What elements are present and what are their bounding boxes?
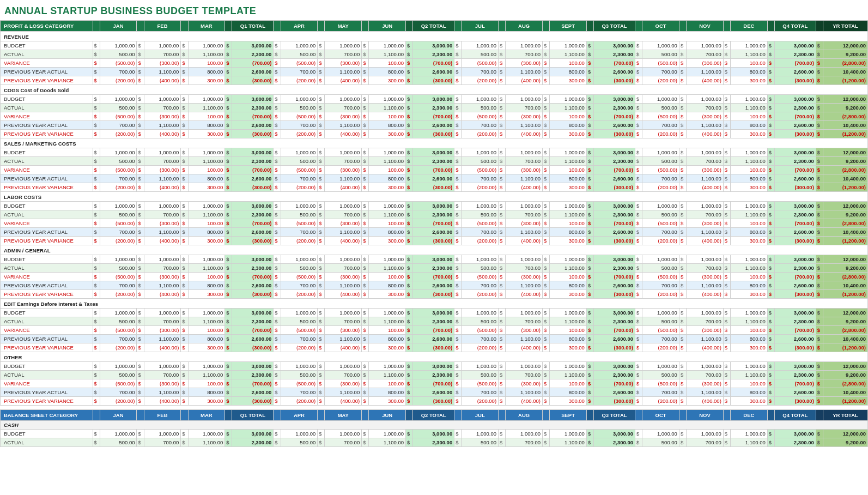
- cell-value: (300.00): [687, 166, 724, 174]
- cell-value: 300.00: [730, 183, 767, 192]
- cell-value: 1,000.00: [144, 41, 181, 50]
- dollar-sign: $: [318, 219, 325, 228]
- dollar-sign: $: [181, 183, 188, 192]
- cell-value: (200.00): [100, 130, 137, 138]
- dollar-sign: $: [723, 228, 730, 237]
- bh-aug: AUG: [506, 410, 543, 421]
- dollar-sign: $: [318, 309, 325, 317]
- cell-value: (700.00): [413, 326, 454, 335]
- dollar-sign: $: [274, 76, 281, 85]
- dollar-sign: $: [767, 264, 774, 273]
- cell-value: (300.00): [687, 112, 724, 121]
- dollar-sign: $: [225, 317, 232, 326]
- cell-value: 1,000.00: [281, 362, 318, 371]
- dollar-sign: $: [586, 130, 593, 138]
- cell-value: (500.00): [281, 326, 318, 335]
- dollar-sign: $: [499, 397, 506, 406]
- cell-value: 300.00: [188, 343, 225, 352]
- dollar-sign: $: [816, 281, 823, 290]
- cell-value: 800.00: [550, 68, 587, 76]
- cell-value: 1,000.00: [281, 95, 318, 104]
- dollar-sign: $: [767, 166, 774, 174]
- cell-value: 3,000.00: [232, 148, 274, 157]
- dollar-sign: $: [635, 157, 642, 166]
- cell-value: 500.00: [642, 371, 679, 379]
- cell-value: 2,300.00: [774, 104, 816, 112]
- cell-value: (300.00): [506, 273, 543, 281]
- dollar-sign: $: [542, 50, 549, 59]
- cell-value: 1,000.00: [730, 41, 767, 50]
- dollar-sign: $: [362, 362, 369, 371]
- dollar-sign: $: [454, 95, 462, 104]
- cell-value: (200.00): [100, 183, 137, 192]
- dollar-sign: $: [723, 112, 730, 121]
- cell-value: 700.00: [281, 388, 318, 397]
- dollar-sign: $: [679, 430, 686, 438]
- row-label: PREVIOUS YEAR VARIANCE: [1, 290, 93, 299]
- dollar-sign: $: [723, 130, 730, 138]
- section-header-row: SALES / MARKETING COSTS: [1, 138, 868, 148]
- dollar-sign: $: [767, 388, 774, 397]
- cell-value: 1,100.00: [188, 210, 225, 219]
- dollar-sign: $: [137, 335, 144, 343]
- dollar-sign: $: [137, 379, 144, 388]
- cell-value: 1,100.00: [550, 50, 587, 59]
- dollar-sign: $: [542, 264, 549, 273]
- cell-value: (700.00): [774, 326, 816, 335]
- header-category: PROFIT & LOSS CATEGORY: [1, 21, 93, 32]
- dollar-sign: $: [274, 68, 281, 76]
- dollar-sign: $: [93, 430, 100, 438]
- cell-value: 1,100.00: [687, 68, 724, 76]
- header-aug: AUG: [506, 21, 543, 32]
- cell-value: 800.00: [188, 281, 225, 290]
- cell-value: (200.00): [281, 290, 318, 299]
- row-label: ACTUAL: [1, 371, 93, 379]
- cell-value: (700.00): [774, 59, 816, 68]
- dollar-sign: $: [723, 290, 730, 299]
- cell-value: 1,000.00: [188, 362, 225, 371]
- cell-value: 700.00: [642, 174, 679, 183]
- cell-value: 3,000.00: [774, 202, 816, 210]
- dollar-sign: $: [723, 343, 730, 352]
- cell-value: 3,000.00: [413, 95, 454, 104]
- dollar-sign: $: [542, 59, 549, 68]
- cell-value: 700.00: [506, 317, 543, 326]
- dollar-sign: $: [454, 202, 462, 210]
- cell-value: 800.00: [188, 388, 225, 397]
- cell-value: 700.00: [462, 68, 499, 76]
- row-label: BUDGET: [1, 148, 93, 157]
- dollar-sign: $: [816, 183, 823, 192]
- dollar-sign: $: [679, 148, 686, 157]
- cell-value: 100.00: [730, 326, 767, 335]
- cell-value: 1,000.00: [100, 362, 137, 371]
- dollar-sign: $: [586, 388, 593, 397]
- row-label: VARIANCE: [1, 166, 93, 174]
- dollar-sign: $: [137, 255, 144, 264]
- dollar-sign: $: [318, 264, 325, 273]
- dollar-sign: $: [274, 148, 281, 157]
- dollar-sign: $: [499, 166, 506, 174]
- dollar-sign: $: [454, 309, 462, 317]
- dollar-sign: $: [586, 335, 593, 343]
- cell-value: (200.00): [642, 76, 679, 85]
- cell-value: 300.00: [369, 76, 406, 85]
- cell-value: 700.00: [100, 121, 137, 130]
- cell-value: 2,600.00: [232, 68, 274, 76]
- cell-value: 300.00: [550, 183, 587, 192]
- cell-value: (300.00): [594, 130, 635, 138]
- cell-value: (500.00): [462, 273, 499, 281]
- cell-value: 500.00: [281, 50, 318, 59]
- header-dec: DEC: [730, 21, 767, 32]
- cell-value: (300.00): [325, 59, 362, 68]
- cell-value: 700.00: [144, 264, 181, 273]
- cell-value: 2,600.00: [413, 335, 454, 343]
- cell-value: 3,000.00: [774, 430, 816, 438]
- dollar-sign: $: [406, 174, 413, 183]
- dollar-sign: $: [767, 112, 774, 121]
- header-feb: FEB: [144, 21, 181, 32]
- dollar-sign: $: [93, 371, 100, 379]
- dollar-sign: $: [181, 438, 188, 447]
- dollar-sign: $: [362, 104, 369, 112]
- cell-value: 10,400.00: [823, 388, 867, 397]
- dollar-sign: $: [767, 148, 774, 157]
